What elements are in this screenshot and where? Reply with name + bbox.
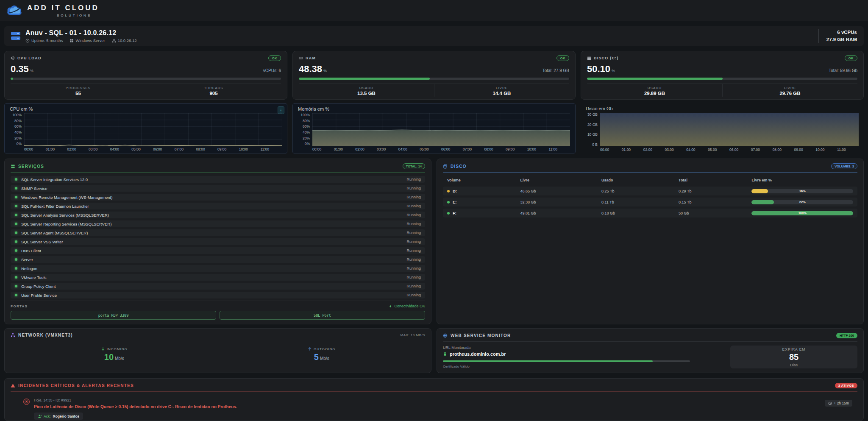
service-status-dot bbox=[15, 294, 17, 296]
volume-cell: D: bbox=[447, 189, 520, 193]
service-status-dot bbox=[15, 205, 17, 207]
free-pct-label: 100% bbox=[751, 211, 853, 215]
services-total-badge: TOTAL: 14 bbox=[403, 163, 425, 169]
cpu-icon bbox=[11, 56, 15, 60]
service-status-dot bbox=[15, 223, 17, 225]
service-name: Netlogon bbox=[21, 266, 406, 271]
os-text: Windows Server bbox=[75, 38, 105, 43]
usado-cell: 0.18 Gb bbox=[601, 211, 679, 215]
livre-cell: 32.38 Gb bbox=[520, 200, 601, 204]
service-row: SNMP Service Running bbox=[11, 185, 425, 192]
service-status-dot bbox=[15, 285, 17, 287]
free-pct-label: 22% bbox=[751, 200, 853, 204]
server-header: Anuv - SQL - 01 - 10.0.26.12 Uptime: 5 m… bbox=[4, 26, 864, 46]
service-status: Running bbox=[406, 293, 421, 297]
expiry-label: EXPIRA EM bbox=[782, 347, 806, 351]
arrow-down-icon bbox=[101, 347, 105, 351]
disk-c-card: DISCO (C:) OK 50.10% Total: 59.66 Gb USA… bbox=[581, 51, 864, 100]
cpu-load-value: 0.35% bbox=[11, 64, 33, 75]
disk-rows: D: 46.65 Gb 0.25 Tb 0.29 Tb 16% bbox=[443, 187, 857, 217]
ports-label: PORTAS bbox=[11, 304, 28, 308]
connectivity-status: Conectividade OK bbox=[389, 304, 425, 308]
outgoing-stat: OUTGOING 5Mb/s bbox=[218, 347, 426, 362]
service-status: Running bbox=[406, 257, 421, 262]
x-axis-labels: 00:0001:0002:0003:0004:0005:0006:0007:00… bbox=[24, 146, 282, 151]
service-name: Server bbox=[21, 257, 406, 262]
col-livre: Livre bbox=[520, 178, 601, 182]
clock-icon bbox=[828, 401, 832, 405]
incident-meta: Hoje, 14:35 - ID: #9921 bbox=[34, 398, 821, 402]
services-panel: SERVIÇOS TOTAL: 14 SQL Server Integratio… bbox=[4, 159, 431, 324]
ack-badge: Ack: Rogério Santos bbox=[34, 413, 83, 420]
app-header: ADD IT CLOUD SOLUTIONS bbox=[0, 0, 868, 21]
service-status: Running bbox=[406, 213, 421, 217]
charts-row: CPU em % ⋮ 100%80%60%40%20%0% 00:0001:00… bbox=[4, 103, 864, 153]
col-volume: Volume bbox=[447, 178, 520, 182]
chart-title: CPU em % bbox=[8, 106, 282, 112]
card-title: CPU LOAD bbox=[17, 56, 42, 60]
livre-cell: 49.81 Gb bbox=[520, 211, 601, 215]
service-status-dot bbox=[15, 249, 17, 252]
clock-icon bbox=[25, 39, 30, 43]
globe-icon bbox=[443, 333, 448, 338]
service-name: SQL Server Integration Services 12.0 bbox=[21, 177, 406, 182]
free-pct-label: 16% bbox=[751, 189, 853, 193]
port-sql-button[interactable]: SQL Port bbox=[220, 311, 425, 320]
livre-stat: LIVRE14.4 GB bbox=[434, 84, 569, 97]
memory-chart-plot bbox=[312, 113, 570, 146]
volume-name: E: bbox=[453, 200, 457, 204]
service-name: SQL Server Analysis Services (MSSQLSERVE… bbox=[21, 213, 406, 217]
network-icon bbox=[112, 39, 116, 43]
service-status: Running bbox=[406, 195, 421, 199]
free-pct-bar: 22% bbox=[751, 200, 853, 204]
uptime-meta: Uptime: 5 months bbox=[25, 38, 63, 43]
service-name: SQL Server VSS Writer bbox=[21, 240, 406, 244]
network-nodes-icon bbox=[11, 333, 15, 337]
disk-table-header: Volume Livre Usado Total Livre em % bbox=[443, 176, 857, 184]
service-name: Group Policy Client bbox=[21, 284, 406, 289]
service-row: Windows Remote Management (WS-Management… bbox=[11, 194, 425, 201]
service-status-dot bbox=[15, 231, 17, 234]
card-title: RAM bbox=[306, 56, 316, 60]
free-pct-cell: 22% bbox=[751, 200, 853, 204]
service-name: SQL Full-text Filter Daemon Launcher bbox=[21, 204, 406, 209]
brand: ADD IT CLOUD SOLUTIONS bbox=[6, 4, 99, 17]
url-label: URL Monitorada bbox=[443, 346, 723, 350]
ram-total-label: Total: 27.9 GB bbox=[542, 68, 569, 73]
stat-cards-row: CPU LOAD OK 0.35% vCPUs: 6 PROCESSES55 T… bbox=[4, 51, 864, 98]
free-pct-bar: 16% bbox=[751, 189, 853, 193]
service-row: SQL Server Integration Services 12.0 Run… bbox=[11, 176, 425, 183]
uptime-text: Uptime: 5 months bbox=[31, 38, 63, 43]
disk-chart-panel: Disco em Gb 30 GB20 GB10 GB0 B 00:0001:0… bbox=[581, 103, 864, 153]
service-status: Running bbox=[406, 284, 421, 288]
ram-progress-bar bbox=[299, 78, 569, 80]
service-status: Running bbox=[406, 240, 421, 244]
service-status: Running bbox=[406, 266, 421, 270]
service-row: DNS Client Running bbox=[11, 247, 425, 254]
port-rdp-button[interactable]: porta RDP 3389 bbox=[11, 311, 216, 320]
ack-label: Ack: bbox=[44, 414, 51, 418]
ram-icon bbox=[299, 56, 303, 60]
monitored-url[interactable]: protheus.dominio.com.br bbox=[443, 351, 723, 357]
vcpus-text: 6 vCPUs bbox=[826, 29, 857, 36]
server-meta: Uptime: 5 months Windows Server 10.0.26.… bbox=[25, 38, 137, 43]
web-monitor-title: WEB SERVICE MONITOR bbox=[451, 333, 511, 338]
disk-panel: DISCO VOLUMES: 3 Volume Livre Usado Tota… bbox=[437, 159, 864, 324]
cert-expiry-box: EXPIRA EM 85 Dias bbox=[730, 346, 857, 368]
livre-cell: 46.65 Gb bbox=[520, 189, 601, 193]
status-badge: OK bbox=[268, 55, 281, 61]
incoming-stat: INCOMING 10Mb/s bbox=[11, 347, 218, 362]
threads-stat: THREADS905 bbox=[146, 84, 281, 97]
service-status: Running bbox=[406, 186, 421, 190]
col-livre-pct: Livre em % bbox=[751, 178, 853, 182]
incident-item: ✕ Hoje, 14:35 - ID: #9921 Pico de Latênc… bbox=[11, 392, 857, 421]
disk-volume-row: D: 46.65 Gb 0.25 Tb 0.29 Tb 16% bbox=[443, 187, 857, 195]
network-title: NETWORK (VMXNET3) bbox=[18, 333, 73, 337]
server-icon bbox=[11, 32, 20, 40]
vcpus-label: vCPUs: 6 bbox=[263, 68, 281, 73]
service-name: SQL Server Reporting Services (MSSQLSERV… bbox=[21, 222, 406, 226]
status-badge: OK bbox=[845, 55, 857, 61]
disk-total-label: Total: 59.66 Gb bbox=[829, 68, 857, 73]
outgoing-value: 5Mb/s bbox=[314, 352, 329, 362]
connectivity-text: Conectividade OK bbox=[394, 304, 425, 308]
